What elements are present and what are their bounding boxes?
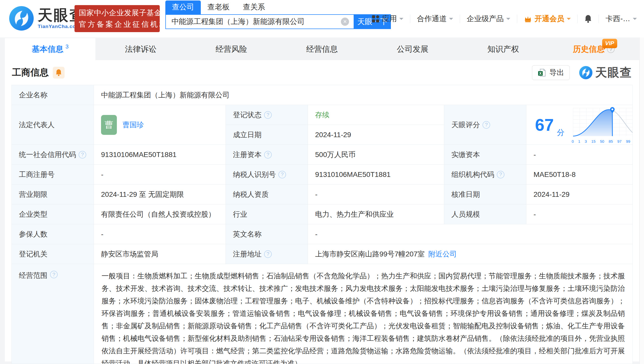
nav-apps-label: 应用 <box>382 14 397 24</box>
search-tab-boss[interactable]: 查老板 <box>201 1 236 14</box>
excel-icon: X <box>538 68 546 77</box>
nav-cooperation[interactable]: 合作通道 <box>417 14 453 24</box>
tab-label: 经营风险 <box>216 44 247 55</box>
field-label: 核准日期 <box>444 185 526 204</box>
vip-badge: VIP <box>602 39 617 48</box>
field-label: 企业类型 <box>12 204 94 224</box>
staff-size-value: - <box>526 204 633 224</box>
help-icon[interactable] <box>497 171 504 178</box>
business-scope-value: 一般项目：生物质燃料加工；生物质成型燃料销售；石油制品销售（不含危险化学品）；热… <box>94 264 633 364</box>
field-label: 参保人数 <box>12 224 94 244</box>
paid-capital-value: - <box>526 145 633 165</box>
field-label: 注册地址 <box>226 244 308 264</box>
field-label: 行业 <box>226 204 308 224</box>
help-icon[interactable] <box>278 171 286 178</box>
avatar[interactable]: 曹 <box>101 115 117 135</box>
score-distribution-chart: 01 315 5085 9799 100 <box>571 106 633 144</box>
field-label: 纳税人识别号 <box>226 165 308 185</box>
org-code-value: MAE50T18-8 <box>526 165 633 185</box>
taxpayer-quality-value: - <box>308 185 444 204</box>
tab-legal-litigation[interactable]: 法律诉讼 <box>95 38 186 60</box>
tab-history-info[interactable]: 历史信息 VIP <box>549 38 639 60</box>
field-label: 英文名称 <box>226 224 308 244</box>
nav-apps[interactable]: 应用 <box>372 14 403 24</box>
field-label: 经营范围 <box>12 264 94 364</box>
top-header: 天眼查 TianYanCha.com 国家中小企业发展子基金旗下 官方备案企业征… <box>0 0 644 37</box>
help-icon[interactable] <box>264 111 272 119</box>
divider <box>599 15 599 23</box>
nav-enterprise-products[interactable]: 企业级产品 <box>467 14 510 24</box>
divider <box>410 15 410 23</box>
search-input[interactable] <box>166 15 354 29</box>
chevron-down-icon <box>567 18 571 22</box>
chevron-down-icon <box>506 18 510 22</box>
watermark-text: 天眼查 <box>595 65 632 81</box>
business-info-table: 企业名称 中能源工程集团（上海）新能源有限公司 法定代表人 曹 曹国珍 登记状态… <box>11 85 633 364</box>
legal-rep-value: 曹 曹国珍 <box>94 105 226 145</box>
field-label: 企业名称 <box>12 85 94 105</box>
legal-rep-link[interactable]: 曹国珍 <box>122 120 144 130</box>
tab-intellectual-property[interactable]: 知识产权 <box>458 38 549 60</box>
grid-icon <box>372 15 379 23</box>
bell-icon <box>584 15 592 23</box>
nav-enterprise-label: 企业级产品 <box>467 14 504 24</box>
help-icon[interactable] <box>264 151 272 159</box>
section-header: 工商信息 X 导出 <box>5 60 639 85</box>
search-tabs: 查公司 查老板 查关系 <box>165 3 391 14</box>
tab-operation-risk[interactable]: 经营风险 <box>186 38 277 60</box>
certification-badge: 国家中小企业发展子基金旗下 官方备案企业征信机构 <box>75 5 160 32</box>
help-icon[interactable] <box>482 121 490 129</box>
user-name: 卡西-… <box>605 14 630 24</box>
scrollbar[interactable] <box>639 37 644 364</box>
clear-search-icon[interactable] <box>341 18 349 26</box>
page-body: 基本信息 3 法律诉讼 经营风险 经营信息 公司发展 知识产权 历史信息 VIP… <box>0 37 644 364</box>
tab-label: 基本信息 <box>32 44 63 55</box>
tianyancha-logo[interactable]: 天眼查 TianYanCha.com <box>9 6 85 31</box>
nav-cooperation-label: 合作通道 <box>417 14 447 24</box>
tab-business-info[interactable]: 经营信息 <box>277 38 367 60</box>
tab-basic-info[interactable]: 基本信息 3 <box>5 38 95 60</box>
divider <box>577 15 578 23</box>
tab-label: 知识产权 <box>487 44 519 55</box>
company-type-value: 有限责任公司（自然人投资或控股） <box>94 204 226 224</box>
content-card: 工商信息 X 导出 <box>5 60 639 361</box>
field-label: 法定代表人 <box>12 105 94 145</box>
export-button[interactable]: X 导出 <box>532 65 570 80</box>
nearby-companies-link[interactable]: 附近公司 <box>428 249 457 259</box>
chevron-down-icon <box>633 18 637 22</box>
search-tab-relation[interactable]: 查关系 <box>236 1 272 14</box>
chevron-down-icon <box>399 18 403 22</box>
user-menu[interactable]: 卡西-… <box>605 14 637 24</box>
help-icon[interactable] <box>50 271 58 278</box>
help-icon[interactable] <box>264 250 272 258</box>
tab-count-badge: 3 <box>65 43 68 50</box>
help-icon[interactable] <box>79 151 86 159</box>
nav-vip-label: 开通会员 <box>535 14 564 24</box>
field-label: 登记状态 <box>226 105 308 125</box>
tab-company-development[interactable]: 公司发展 <box>367 38 458 60</box>
insured-count-value: - <box>94 224 226 244</box>
monitor-bell-button[interactable] <box>53 67 65 79</box>
export-label: 导出 <box>549 68 564 78</box>
approval-date-value: 2024-11-29 <box>526 185 633 204</box>
nav-open-vip[interactable]: 开通会员 <box>524 14 571 24</box>
search-tab-company[interactable]: 查公司 <box>165 1 201 14</box>
industry-value: 电力、热力生产和供应业 <box>308 204 444 224</box>
credit-code-value: 91310106MAE50T1881 <box>94 145 226 165</box>
tianyan-score: 67 分 <box>526 105 633 145</box>
tab-label: 法律诉讼 <box>125 44 157 55</box>
tab-label: 公司发展 <box>397 44 428 55</box>
cert-line1: 国家中小企业发展子基金旗下 <box>79 7 155 19</box>
tab-label: 经营信息 <box>306 44 338 55</box>
cert-line2: 官方备案企业征信机构 <box>79 19 155 30</box>
divider <box>460 15 460 23</box>
section-title: 工商信息 <box>12 66 49 79</box>
reg-number-value: - <box>94 165 226 185</box>
notifications-bell[interactable] <box>584 15 592 23</box>
field-label: 组织机构代码 <box>444 165 526 185</box>
field-label: 登记机关 <box>12 244 94 264</box>
logo-swirl-icon <box>9 6 34 31</box>
reg-authority-value: 静安区市场监管局 <box>94 244 226 264</box>
field-label: 成立日期 <box>226 125 308 145</box>
field-label: 实缴资本 <box>444 145 526 165</box>
